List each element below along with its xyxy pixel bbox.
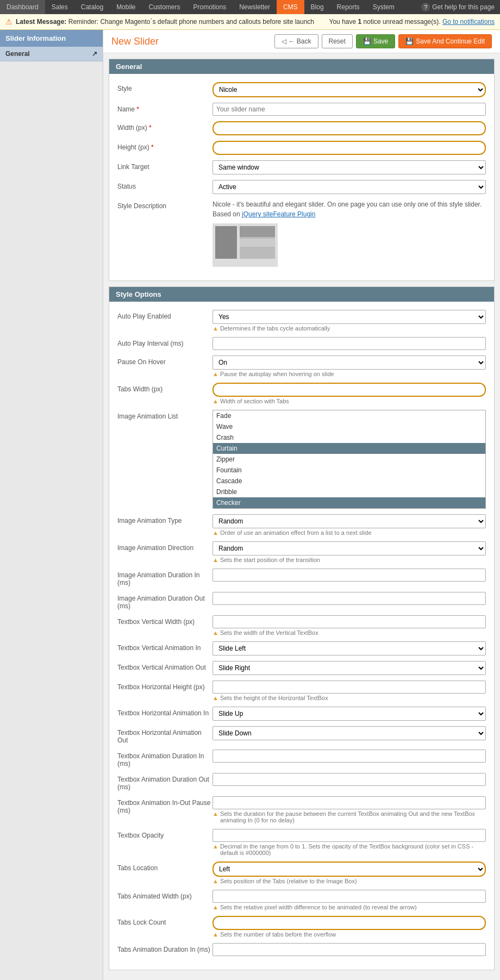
textbox-vert-anim-out-row: Textbox Vertical Animation Out Slide Rig… bbox=[117, 661, 486, 675]
pause-hover-select[interactable]: On Off bbox=[212, 355, 486, 370]
anim-fountain[interactable]: Fountain bbox=[213, 465, 485, 476]
tabs-location-select[interactable]: Left Right Top Bottom bbox=[212, 862, 486, 877]
anim-cascade[interactable]: Cascade bbox=[213, 476, 485, 486]
animation-type-select[interactable]: Random Sequential bbox=[212, 514, 486, 528]
save-icon: 💾 bbox=[363, 38, 371, 45]
back-button[interactable]: ◁ ← Back bbox=[274, 34, 318, 48]
width-input[interactable]: 743 bbox=[212, 121, 486, 135]
pause-hover-hint: ▲ Pause the autoplay when hovering on sl… bbox=[212, 371, 486, 377]
anim-fade[interactable]: Fade bbox=[213, 410, 485, 421]
tabs-width-row: Tabs Width (px) 150 ▲ Width of section w… bbox=[117, 383, 486, 404]
nav-sales[interactable]: Sales bbox=[45, 0, 74, 14]
tabs-lock-count-input[interactable]: 6 bbox=[212, 916, 486, 930]
link-target-row: Link Target Same window New window bbox=[117, 160, 486, 174]
general-section-header: General bbox=[109, 59, 494, 74]
nav-help[interactable]: ? Get help for this page bbox=[416, 0, 500, 14]
nav-cms[interactable]: CMS bbox=[277, 0, 304, 14]
textbox-opacity-input[interactable]: 0.85 bbox=[212, 829, 486, 842]
textbox-anim-dur-in-input[interactable]: 500 bbox=[212, 750, 486, 763]
status-label: Status bbox=[117, 180, 212, 190]
pause-hover-label: Pause On Hover bbox=[117, 355, 212, 366]
autoplay-select[interactable]: Yes No bbox=[212, 310, 486, 324]
back-icon: ◁ bbox=[282, 38, 286, 45]
nav-blog[interactable]: Blog bbox=[304, 0, 330, 14]
width-control: 743 bbox=[212, 121, 486, 135]
anim-dur-out-row: Image Animation Duration Out (ms) 500 bbox=[117, 592, 486, 610]
textbox-horiz-height-control: 90 ▲ Sets the height of the Horizontal T… bbox=[212, 681, 486, 701]
tabs-location-label: Tabs Location bbox=[117, 862, 212, 872]
sidebar-title: Slider Information bbox=[0, 30, 103, 47]
anim-dur-out-control: 500 bbox=[212, 592, 486, 605]
nav-system[interactable]: System bbox=[366, 0, 401, 14]
message-bar: ⚠ Latest Message: Reminder: Change Magen… bbox=[0, 14, 500, 30]
textbox-vert-anim-in-select[interactable]: Slide Left Slide Right Slide Up Slide Do… bbox=[212, 641, 486, 656]
textbox-horiz-anim-out-select[interactable]: Slide Down Slide Up Slide Left Slide Rig… bbox=[212, 726, 486, 740]
height-control: 288 bbox=[212, 141, 486, 155]
save-button[interactable]: 💾 Save bbox=[356, 34, 395, 48]
tabs-width-control: 150 ▲ Width of section with Tabs bbox=[212, 383, 486, 404]
anim-dribble[interactable]: Dribble bbox=[213, 486, 485, 497]
textbox-anim-dur-out-input[interactable]: 500 bbox=[212, 773, 486, 786]
textbox-horiz-anim-out-row: Textbox Horizontal Animation Out Slide D… bbox=[117, 726, 486, 744]
anim-dur-out-input[interactable]: 500 bbox=[212, 592, 486, 605]
autoplay-label: Auto Play Enabled bbox=[117, 310, 212, 320]
nav-promotions[interactable]: Promotions bbox=[187, 0, 233, 14]
animation-type-label: Image Animation Type bbox=[117, 514, 212, 525]
name-input[interactable] bbox=[212, 103, 486, 116]
textbox-horiz-anim-out-control: Slide Down Slide Up Slide Left Slide Rig… bbox=[212, 726, 486, 740]
status-select[interactable]: Active Inactive bbox=[212, 180, 486, 194]
textbox-vert-anim-in-label: Textbox Vertical Animation In bbox=[117, 641, 212, 652]
notifications-link[interactable]: Go to notifications bbox=[442, 18, 495, 26]
tabs-anim-dur-in-input[interactable]: 100 bbox=[212, 943, 486, 956]
style-description-text: Nicole - it's beautiful and elegant slid… bbox=[212, 199, 486, 219]
tabs-anim-width-label: Tabs Animated Width (px) bbox=[117, 890, 212, 900]
tabs-anim-width-control: 20 ▲ Sets the relative pixel width diffe… bbox=[212, 890, 486, 910]
style-options-header: Style Options bbox=[109, 287, 494, 302]
textbox-anim-pause-input[interactable]: 1000 bbox=[212, 796, 486, 809]
textbox-vert-width-input[interactable]: 185 bbox=[212, 615, 486, 628]
sidebar-general-label: General bbox=[5, 50, 30, 58]
status-row: Status Active Inactive bbox=[117, 180, 486, 194]
nav-reports[interactable]: Reports bbox=[330, 0, 366, 14]
style-select[interactable]: Nicole bbox=[212, 82, 486, 97]
anim-crash[interactable]: Crash bbox=[213, 432, 485, 443]
name-label: Name * bbox=[117, 103, 212, 113]
height-input[interactable]: 288 bbox=[212, 141, 486, 155]
nav-dashboard[interactable]: Dashboard bbox=[0, 0, 45, 14]
textbox-anim-pause-hint: ▲ Sets the duration for the pause betwee… bbox=[212, 810, 486, 823]
anim-dur-out-label: Image Animation Duration Out (ms) bbox=[117, 592, 212, 610]
link-target-select[interactable]: Same window New window bbox=[212, 160, 486, 174]
textbox-vert-width-row: Textbox Vertical Width (px) 185 ▲ Sets t… bbox=[117, 615, 486, 636]
nav-customers[interactable]: Customers bbox=[142, 0, 186, 14]
textbox-vert-anim-out-control: Slide Right Slide Left Slide Up Slide Do… bbox=[212, 661, 486, 675]
jquery-link[interactable]: jQuery siteFeature Plugin bbox=[242, 210, 315, 218]
nav-catalog[interactable]: Catalog bbox=[74, 0, 110, 14]
autoplay-control: Yes No ▲ Determines if the tabs cycle au… bbox=[212, 310, 486, 332]
textbox-horiz-height-input[interactable]: 90 bbox=[212, 681, 486, 694]
page-header: New Slider ◁ ← Back Reset 💾 Save 💾 Save … bbox=[103, 30, 500, 53]
autoplay-interval-input[interactable]: 5000 bbox=[212, 337, 486, 350]
textbox-horiz-anim-in-select[interactable]: Slide Up Slide Down Slide Left Slide Rig… bbox=[212, 707, 486, 721]
tabs-anim-width-input[interactable]: 20 bbox=[212, 890, 486, 903]
anim-curtain[interactable]: Curtain bbox=[213, 443, 485, 454]
sidebar: Slider Information General ↗ bbox=[0, 30, 103, 980]
textbox-vert-anim-out-select[interactable]: Slide Right Slide Left Slide Up Slide Do… bbox=[212, 661, 486, 675]
nav-mobile[interactable]: Mobile bbox=[110, 0, 142, 14]
sidebar-general-section[interactable]: General ↗ bbox=[0, 47, 103, 61]
tabs-anim-dur-in-label: Tabs Animation Duration In (ms) bbox=[117, 943, 212, 953]
height-row: Height (px) * 288 bbox=[117, 141, 486, 155]
anim-wave[interactable]: Wave bbox=[213, 421, 485, 432]
animation-direction-select[interactable]: Random Left Right Up Down bbox=[212, 541, 486, 555]
anim-dur-in-control: 500 bbox=[212, 569, 486, 582]
anim-zipper[interactable]: Zipper bbox=[213, 454, 485, 465]
reset-button[interactable]: Reset bbox=[322, 34, 353, 48]
save-continue-button[interactable]: 💾 Save And Continue Edit bbox=[398, 34, 492, 48]
anim-checker[interactable]: Checker bbox=[213, 497, 485, 508]
tabs-width-input[interactable]: 150 bbox=[212, 383, 486, 397]
nav-newsletter[interactable]: Newsletter bbox=[233, 0, 277, 14]
animation-list-row: Image Animation List Fade Wave Crash Cur… bbox=[117, 410, 486, 509]
anim-dur-in-input[interactable]: 500 bbox=[212, 569, 486, 582]
animation-type-hint: ▲ Order of use an animation effect from … bbox=[212, 529, 486, 536]
tabs-lock-count-row: Tabs Lock Count 6 ▲ Sets the number of t… bbox=[117, 916, 486, 938]
textbox-horiz-anim-out-label: Textbox Horizontal Animation Out bbox=[117, 726, 212, 744]
